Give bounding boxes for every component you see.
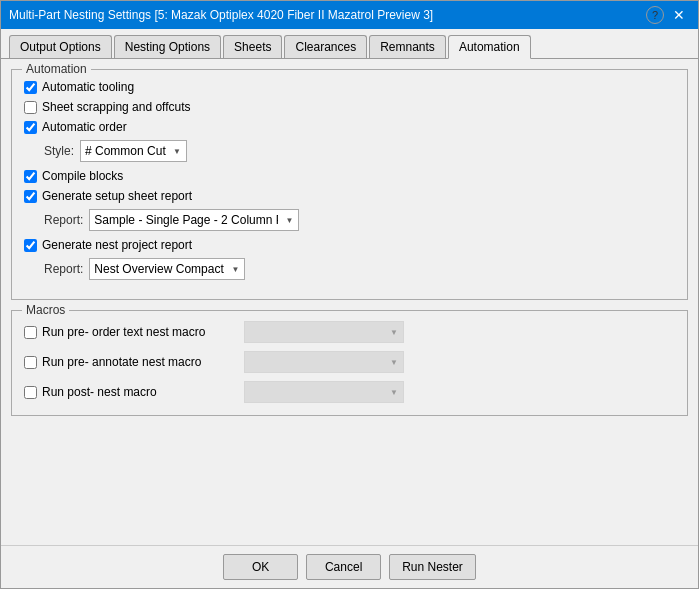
setup-report-dropdown[interactable]: Sample - Single Page - 2 Column Parts Sa… bbox=[89, 209, 299, 231]
main-content: Automation Automatic tooling Sheet scrap… bbox=[1, 59, 698, 545]
compile-blocks-row: Compile blocks bbox=[24, 169, 675, 183]
auto-order-label[interactable]: Automatic order bbox=[24, 120, 127, 134]
auto-tooling-row: Automatic tooling bbox=[24, 80, 675, 94]
compile-blocks-label[interactable]: Compile blocks bbox=[24, 169, 123, 183]
automation-group-label: Automation bbox=[22, 62, 91, 76]
ok-button[interactable]: OK bbox=[223, 554, 298, 580]
cancel-button[interactable]: Cancel bbox=[306, 554, 381, 580]
title-controls: ? ✕ bbox=[646, 5, 690, 25]
tab-automation[interactable]: Automation bbox=[448, 35, 531, 59]
automation-group: Automation Automatic tooling Sheet scrap… bbox=[11, 69, 688, 300]
post-nest-macro-dropdown-wrapper bbox=[244, 381, 404, 403]
tab-nesting-options[interactable]: Nesting Options bbox=[114, 35, 221, 58]
generate-nest-row: Generate nest project report bbox=[24, 238, 675, 252]
pre-order-label[interactable]: Run pre- order text nest macro bbox=[24, 325, 244, 339]
auto-order-checkbox[interactable] bbox=[24, 121, 37, 134]
nest-report-dropdown[interactable]: Nest Overview Compact Nest Overview Full bbox=[89, 258, 245, 280]
pre-annotate-checkbox[interactable] bbox=[24, 356, 37, 369]
tab-output-options[interactable]: Output Options bbox=[9, 35, 112, 58]
main-window: Multi-Part Nesting Settings [5: Mazak Op… bbox=[0, 0, 699, 589]
pre-order-macro-dropdown bbox=[244, 321, 404, 343]
style-label: Style: bbox=[44, 144, 74, 158]
compile-blocks-checkbox[interactable] bbox=[24, 170, 37, 183]
window-title: Multi-Part Nesting Settings [5: Mazak Op… bbox=[9, 8, 433, 22]
close-button[interactable]: ✕ bbox=[668, 5, 690, 25]
pre-order-checkbox[interactable] bbox=[24, 326, 37, 339]
setup-report-dropdown-wrapper: Sample - Single Page - 2 Column Parts Sa… bbox=[89, 209, 299, 231]
generate-setup-label[interactable]: Generate setup sheet report bbox=[24, 189, 192, 203]
auto-order-row: Automatic order bbox=[24, 120, 675, 134]
style-dropdown-wrapper: # Common Cut Standard Grid bbox=[80, 140, 187, 162]
post-nest-label[interactable]: Run post- nest macro bbox=[24, 385, 244, 399]
nest-report-row: Report: Nest Overview Compact Nest Overv… bbox=[24, 258, 675, 280]
tab-bar: Output Options Nesting Options Sheets Cl… bbox=[1, 29, 698, 59]
style-dropdown[interactable]: # Common Cut Standard Grid bbox=[80, 140, 187, 162]
sheet-scrapping-label[interactable]: Sheet scrapping and offcuts bbox=[24, 100, 191, 114]
bottom-bar: OK Cancel Run Nester bbox=[1, 545, 698, 588]
post-nest-checkbox[interactable] bbox=[24, 386, 37, 399]
generate-setup-row: Generate setup sheet report bbox=[24, 189, 675, 203]
post-nest-macro-dropdown bbox=[244, 381, 404, 403]
generate-nest-checkbox[interactable] bbox=[24, 239, 37, 252]
pre-annotate-macro-dropdown-wrapper bbox=[244, 351, 404, 373]
setup-report-row: Report: Sample - Single Page - 2 Column … bbox=[24, 209, 675, 231]
macros-group: Macros Run pre- order text nest macro Ru… bbox=[11, 310, 688, 416]
style-row: Style: # Common Cut Standard Grid bbox=[24, 140, 675, 162]
pre-annotate-row: Run pre- annotate nest macro bbox=[24, 351, 675, 373]
sheet-scrapping-row: Sheet scrapping and offcuts bbox=[24, 100, 675, 114]
generate-nest-label[interactable]: Generate nest project report bbox=[24, 238, 192, 252]
generate-setup-checkbox[interactable] bbox=[24, 190, 37, 203]
run-nester-button[interactable]: Run Nester bbox=[389, 554, 476, 580]
nest-report-label: Report: bbox=[44, 262, 83, 276]
sheet-scrapping-checkbox[interactable] bbox=[24, 101, 37, 114]
macros-group-label: Macros bbox=[22, 303, 69, 317]
tab-clearances[interactable]: Clearances bbox=[284, 35, 367, 58]
pre-order-row: Run pre- order text nest macro bbox=[24, 321, 675, 343]
setup-report-label: Report: bbox=[44, 213, 83, 227]
auto-tooling-label[interactable]: Automatic tooling bbox=[24, 80, 134, 94]
nest-report-dropdown-wrapper: Nest Overview Compact Nest Overview Full bbox=[89, 258, 245, 280]
pre-order-macro-dropdown-wrapper bbox=[244, 321, 404, 343]
title-bar: Multi-Part Nesting Settings [5: Mazak Op… bbox=[1, 1, 698, 29]
post-nest-row: Run post- nest macro bbox=[24, 381, 675, 403]
pre-annotate-macro-dropdown bbox=[244, 351, 404, 373]
auto-tooling-checkbox[interactable] bbox=[24, 81, 37, 94]
tab-sheets[interactable]: Sheets bbox=[223, 35, 282, 58]
pre-annotate-label[interactable]: Run pre- annotate nest macro bbox=[24, 355, 244, 369]
help-button[interactable]: ? bbox=[646, 6, 664, 24]
tab-remnants[interactable]: Remnants bbox=[369, 35, 446, 58]
